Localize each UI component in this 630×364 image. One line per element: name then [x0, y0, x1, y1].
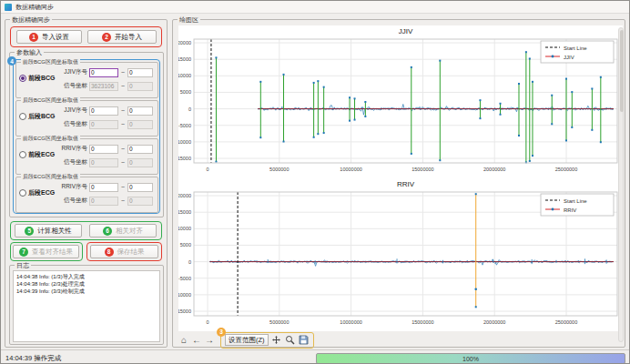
step-badge-3: 3 [217, 328, 226, 337]
step-badge-6: 6 [103, 227, 112, 236]
title-bar: 数据精确同步 [1, 1, 629, 14]
app-icon [5, 4, 12, 11]
plot-scrollbar-thumb[interactable] [620, 30, 624, 112]
svg-text:10000: 10000 [178, 73, 191, 78]
save-result-button[interactable]: 8 保存结果 [90, 245, 158, 258]
front-bcg-coord-to-input[interactable] [127, 82, 153, 91]
svg-text:Start Line: Start Line [564, 198, 587, 204]
svg-text:0: 0 [206, 319, 208, 325]
rear-bcg-coord-to-input[interactable] [127, 120, 153, 129]
step-badge-7: 7 [19, 248, 28, 257]
rear-bcg-coord-from-input[interactable] [89, 120, 118, 129]
log-line: 14:04:38 Info: (1/3)导入完成 [16, 273, 157, 280]
front-ecg-seq-to-input[interactable] [127, 145, 153, 154]
start-import-button[interactable]: 2 开始导入 [87, 30, 157, 44]
radio-rear-ecg-label: 后段ECG [28, 188, 55, 197]
app-window: 数据精确同步 数据精确同步 1 导入设置 2 开始导入 参数输入 4 前段BCG… [0, 0, 630, 364]
tilde-label: ~ [121, 69, 125, 76]
front-bcg-coord-from-input[interactable] [89, 82, 118, 91]
svg-text:15000: 15000 [178, 56, 191, 62]
svg-text:20000: 20000 [178, 193, 191, 198]
params-title: 参数输入 [15, 48, 44, 56]
params-annotation-box: 4 前段BCG区间坐标取值 前段BCG JJIV序号 ~ [13, 59, 160, 214]
save-figure-icon[interactable] [299, 334, 310, 347]
log-list[interactable]: 14:04:38 Info: (1/3)导入完成 14:04:38 Info: … [13, 270, 160, 342]
forward-icon[interactable]: → [204, 334, 215, 347]
radio-rear-bcg[interactable]: 后段BCG [19, 112, 56, 121]
rear-bcg-seq-from-input[interactable] [89, 106, 118, 116]
view-result-annotation-box: 7 查看对齐结果 [10, 242, 83, 261]
start-import-label: 开始导入 [115, 33, 142, 42]
log-title: 日志 [15, 261, 31, 269]
radio-front-bcg-label: 前段BCG [28, 74, 56, 83]
svg-text:-15000: -15000 [178, 308, 191, 314]
front-ecg-section-title: 前段ECG区间坐标取值 [21, 135, 80, 143]
set-range-button[interactable]: 设置范围(Z) [225, 334, 269, 346]
svg-text:25000000: 25000000 [555, 167, 577, 172]
svg-text:15000000: 15000000 [412, 167, 433, 172]
rear-ecg-coord-from-input[interactable] [89, 197, 118, 206]
svg-text:-10000: -10000 [178, 292, 191, 298]
radio-circle-icon [19, 75, 26, 82]
signal-coord-label: 信号坐标 [56, 158, 87, 167]
step-badge-5: 5 [25, 227, 34, 236]
plot-scrollbar[interactable] [618, 27, 624, 342]
svg-text:RRIV: RRIV [397, 180, 415, 188]
front-ecg-coord-to-input[interactable] [127, 158, 153, 167]
progress-bar: 100% [316, 353, 625, 364]
radio-front-ecg[interactable]: 前段ECG [19, 150, 55, 159]
front-bcg-section: 前段BCG区间坐标取值 前段BCG JJIV序号 ~ 信号坐标 ~ [15, 62, 158, 98]
pan-icon[interactable] [271, 334, 282, 347]
jjiv-seq-label: JJIV序号 [56, 68, 87, 76]
front-ecg-coord-from-input[interactable] [89, 158, 118, 167]
rear-ecg-seq-from-input[interactable] [89, 183, 118, 192]
svg-text:5000000: 5000000 [269, 167, 289, 172]
radio-rear-ecg[interactable]: 后段ECG [19, 188, 55, 197]
range-annotation-box: 3 设置范围(Z) [220, 332, 314, 349]
status-bar: 14:04:39 操作完成 100% [1, 349, 629, 364]
front-bcg-seq-to-input[interactable] [127, 68, 153, 77]
front-ecg-coord-row: 信号坐标 ~ [56, 157, 153, 167]
front-ecg-seq-row: RRIV序号 ~ [56, 144, 153, 154]
front-bcg-section-title: 前段BCG区间坐标取值 [21, 58, 80, 66]
svg-text:15000000: 15000000 [412, 319, 433, 325]
svg-text:25000000: 25000000 [555, 319, 577, 325]
svg-text:0: 0 [206, 167, 208, 172]
svg-text:5000: 5000 [180, 89, 191, 95]
svg-text:RRIV: RRIV [564, 207, 576, 213]
radio-circle-icon [19, 189, 26, 197]
tilde-label: ~ [121, 184, 125, 190]
correlation-align-button[interactable]: 6 相关对齐 [89, 224, 157, 238]
rear-ecg-seq-row: RRIV序号 ~ [56, 182, 153, 192]
log-groupbox: 日志 14:04:38 Info: (1/3)导入完成 14:04:38 Inf… [9, 265, 164, 345]
signal-coord-label: 信号坐标 [56, 120, 87, 128]
back-icon[interactable]: ← [191, 334, 202, 347]
rear-bcg-seq-row: JJIV序号 ~ [56, 106, 153, 116]
calc-correlation-button[interactable]: 5 计算相关性 [15, 224, 82, 238]
tilde-label: ~ [121, 83, 125, 89]
rear-ecg-coord-row: 信号坐标 ~ [56, 196, 153, 206]
front-ecg-seq-from-input[interactable] [89, 145, 118, 154]
svg-text:0: 0 [188, 259, 191, 265]
zoom-icon[interactable] [285, 334, 296, 347]
home-icon[interactable]: ⌂ [178, 334, 189, 347]
import-settings-button[interactable]: 1 导入设置 [16, 30, 82, 44]
rear-ecg-coord-to-input[interactable] [127, 197, 153, 206]
rear-ecg-section: 后段ECG区间坐标取值 后段ECG RRIV序号 ~ 信号坐标 ~ [15, 177, 158, 213]
radio-front-ecg-label: 前段ECG [28, 150, 55, 159]
rear-ecg-seq-to-input[interactable] [127, 183, 153, 192]
rear-bcg-seq-to-input[interactable] [127, 106, 153, 116]
rear-bcg-coord-row: 信号坐标 ~ [56, 119, 153, 129]
front-bcg-coord-row: 信号坐标 ~ [56, 81, 153, 91]
radio-front-bcg[interactable]: 前段BCG [19, 74, 56, 83]
view-align-result-button[interactable]: 7 查看对齐结果 [13, 245, 79, 258]
calc-correlation-label: 计算相关性 [37, 227, 72, 236]
status-message: 14:04:39 操作完成 [5, 354, 61, 363]
tilde-label: ~ [121, 107, 125, 114]
svg-text:Start Line: Start Line [564, 46, 587, 51]
front-bcg-seq-from-input[interactable] [89, 68, 118, 77]
front-bcg-seq-row: JJIV序号 ~ [56, 67, 153, 77]
svg-text:-5000: -5000 [178, 276, 191, 281]
log-line: 14:04:39 Info: (3/3)绘制完成 [16, 288, 157, 295]
rear-bcg-section: 后段BCG区间坐标取值 后段BCG JJIV序号 ~ 信号坐标 ~ [15, 100, 158, 136]
